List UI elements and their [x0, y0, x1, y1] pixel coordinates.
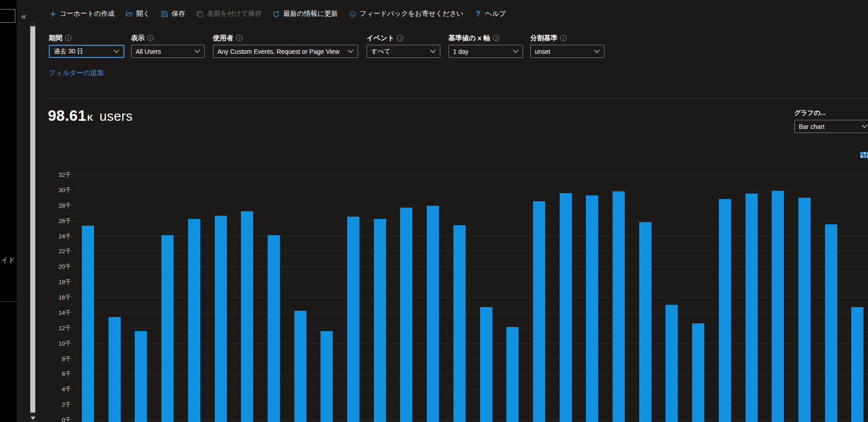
toolbar-item-label: 開く — [136, 9, 150, 18]
y-axis-tick-label: 26千 — [43, 217, 71, 225]
gridline — [74, 313, 868, 313]
filter-label: 期間 — [49, 34, 62, 43]
app-root: イド « コーホートの作成開く保存名前を付けて保存最新の情報に更新フィードバック… — [0, 0, 868, 422]
toolbar-item-label: 最新の情報に更新 — [283, 9, 338, 18]
bar — [745, 194, 758, 422]
bar — [215, 216, 227, 422]
scrollbar-thumb[interactable] — [30, 26, 35, 413]
filter-dropdown-4[interactable]: 1 day — [448, 45, 523, 58]
vertical-scrollbar[interactable] — [30, 21, 36, 422]
bar — [321, 331, 333, 422]
help-icon: ? — [474, 10, 482, 18]
collapsed-pane-partial-text: イド — [1, 256, 15, 265]
filter-label: イベント — [367, 34, 394, 43]
gridline — [74, 374, 868, 374]
filter-dropdown-value: すべて — [371, 47, 391, 56]
filter-label: 基準値の x 軸 — [448, 34, 490, 43]
bar — [374, 219, 386, 422]
toolbar-item-1[interactable]: 開く — [125, 9, 150, 18]
toolbar-item-2[interactable]: 保存 — [161, 9, 185, 18]
plus-icon — [49, 10, 57, 18]
info-icon[interactable]: i — [560, 35, 566, 41]
toolbar-item-6[interactable]: ?ヘルプ — [474, 9, 506, 18]
grid-icon[interactable] — [860, 152, 868, 159]
gridline — [74, 266, 868, 267]
gridline — [74, 389, 868, 389]
command-bar: コーホートの作成開く保存名前を付けて保存最新の情報に更新フィードバックをお寄せく… — [36, 0, 868, 28]
bar — [188, 219, 200, 422]
users-metric: 98.61 K users — [48, 107, 133, 124]
y-axis-tick-label: 30千 — [43, 186, 71, 194]
chevron-down-icon — [594, 49, 600, 53]
filter-item-0: 期間i過去 30 日 — [49, 34, 124, 58]
y-axis-tick-label: 10千 — [43, 340, 71, 348]
filter-dropdown-3[interactable]: すべて — [367, 45, 440, 58]
info-icon[interactable]: i — [236, 35, 242, 41]
bar — [453, 225, 466, 422]
filter-dropdown-0[interactable]: 過去 30 日 — [49, 45, 124, 58]
y-axis-tick-label: 6千 — [43, 370, 71, 378]
info-icon[interactable]: i — [397, 35, 403, 41]
bar — [719, 199, 731, 422]
gridline — [74, 343, 868, 344]
bar — [241, 211, 253, 422]
gridline — [74, 404, 868, 405]
filter-item-3: イベントiすべて — [367, 34, 440, 58]
bar — [798, 198, 811, 422]
filter-dropdown-5[interactable]: unset — [530, 45, 604, 58]
add-filter-link[interactable]: フィルターの追加 — [49, 69, 104, 77]
section-divider — [49, 98, 868, 99]
chevron-down-icon — [430, 49, 436, 53]
chevron-down-icon — [513, 49, 519, 53]
filter-dropdown-value: All Users — [136, 48, 161, 55]
bar — [427, 206, 439, 422]
scroll-down-arrow-icon[interactable] — [31, 417, 35, 420]
filter-dropdown-2[interactable]: Any Custom Events, Request or Page View — [213, 45, 358, 58]
bar — [506, 327, 519, 422]
y-axis-tick-label: 14千 — [43, 309, 71, 317]
metric-value: 98.61 — [48, 107, 86, 124]
toolbar-item-5[interactable]: フィードバックをお寄せください — [349, 9, 464, 18]
chart-type-dropdown[interactable]: Bar chart — [794, 120, 868, 133]
bar — [665, 305, 678, 422]
y-axis-tick-label: 22千 — [43, 247, 71, 256]
filter-item-1: 表示iAll Users — [131, 34, 205, 58]
metric-suffix: users — [99, 109, 132, 124]
filter-dropdown-value: 過去 30 日 — [54, 47, 83, 56]
save-as-icon — [196, 10, 204, 18]
info-icon[interactable]: i — [65, 35, 71, 41]
chevron-down-icon — [862, 124, 868, 128]
bar — [533, 201, 545, 422]
filter-dropdown-1[interactable]: All Users — [131, 45, 205, 58]
bar — [347, 217, 359, 422]
y-axis-tick-label: 32千 — [43, 171, 71, 179]
chevron-down-icon — [113, 49, 119, 53]
bar — [108, 317, 121, 422]
info-icon[interactable]: i — [147, 35, 154, 41]
sidebar-collapse-button[interactable]: « — [21, 12, 26, 20]
chevron-down-icon — [194, 49, 200, 53]
bar — [268, 235, 280, 422]
y-axis-tick-label: 16千 — [43, 294, 71, 302]
gridline — [74, 236, 868, 237]
info-icon[interactable]: i — [493, 35, 499, 41]
filter-dropdown-value: 1 day — [453, 48, 468, 55]
toolbar-item-label: ヘルプ — [485, 9, 506, 18]
y-axis-tick-label: 8千 — [43, 355, 71, 363]
filter-label: 使用者 — [213, 34, 233, 43]
gridline — [74, 221, 868, 221]
filter-dropdown-value: unset — [535, 48, 550, 55]
toolbar-item-0[interactable]: コーホートの作成 — [49, 9, 114, 18]
bar — [560, 193, 572, 422]
gridline — [74, 420, 868, 420]
filter-label: 分割基準 — [530, 34, 557, 43]
toolbar-item-4[interactable]: 最新の情報に更新 — [273, 9, 338, 18]
bar — [692, 323, 704, 422]
toolbar-item-label: 名前を付けて保存 — [207, 9, 262, 18]
refresh-icon — [273, 10, 280, 18]
bar — [851, 307, 863, 422]
chart-type-control: グラフの... Bar chart — [794, 109, 868, 133]
bar — [480, 307, 492, 422]
bar — [639, 222, 651, 422]
bar — [161, 235, 174, 422]
